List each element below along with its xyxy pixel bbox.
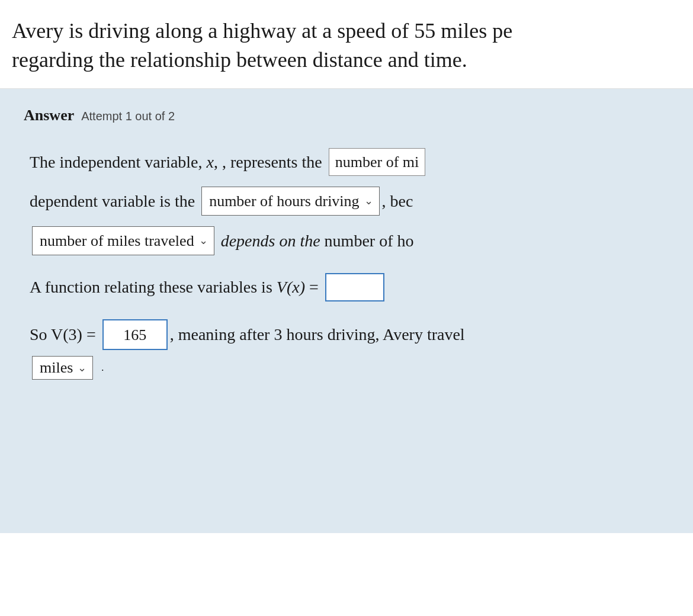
top-section: Avery is driving along a highway at a sp… — [0, 0, 693, 89]
line-miles: miles ⌄ . — [30, 356, 663, 380]
miles-traveled-dropdown[interactable]: number of miles traveled ⌄ — [32, 226, 214, 255]
attempt-label: Attempt 1 out of 2 — [81, 110, 175, 123]
chevron-down-icon-2: ⌄ — [199, 233, 208, 249]
dropdown-value-indep: number of mi — [335, 150, 419, 174]
period: . — [99, 362, 104, 373]
line1-comma: , — [214, 150, 218, 175]
line5-pre: So V(3) — [30, 322, 82, 347]
problem-line2: regarding the relationship between dista… — [12, 46, 675, 75]
content-area: The independent variable, x, , represent… — [24, 148, 669, 380]
miles-dropdown[interactable]: miles ⌄ — [32, 356, 93, 380]
line-function: A function relating these variables is V… — [30, 273, 663, 301]
line5-eq: = — [86, 322, 96, 347]
line1-mid: , represents the — [222, 150, 322, 175]
line4-vx: V(x) — [277, 275, 305, 300]
v3-value: 165 — [123, 323, 146, 346]
line3-mid: depends on the — [221, 229, 320, 254]
dependent-variable-dropdown[interactable]: number of hours driving ⌄ — [201, 187, 379, 216]
line-depends-on: number of miles traveled ⌄ depends on th… — [30, 226, 663, 255]
line5-post: , meaning after 3 hours driving, Avery t… — [170, 322, 465, 347]
line2-pre: dependent variable is the — [30, 189, 195, 214]
line4-eq: = — [309, 275, 319, 300]
function-input[interactable] — [325, 273, 384, 301]
dropdown-value-dep: number of hours driving — [209, 190, 359, 213]
line4-pre: A function relating these variables is — [30, 275, 272, 300]
line-v3: So V(3) = 165 , meaning after 3 hours dr… — [30, 319, 663, 350]
line2-post: , bec — [382, 189, 413, 214]
answer-section: Answer Attempt 1 out of 2 The independen… — [0, 89, 693, 533]
problem-text: Avery is driving along a highway at a sp… — [12, 17, 675, 74]
dropdown-value-miles2: miles — [40, 359, 73, 377]
line-independent-variable: The independent variable, x, , represent… — [30, 148, 663, 176]
answer-header: Answer Attempt 1 out of 2 — [24, 107, 669, 124]
dropdown-value-miles: number of miles traveled — [40, 229, 194, 252]
answer-label: Answer — [24, 107, 74, 124]
line1-pre: The independent variable, — [30, 150, 203, 175]
v3-value-box[interactable]: 165 — [102, 319, 168, 350]
line3-post: number of ho — [325, 229, 414, 254]
independent-variable-dropdown[interactable]: number of mi — [329, 148, 426, 176]
line1-x: x — [207, 150, 214, 175]
problem-line1: Avery is driving along a highway at a sp… — [12, 17, 675, 46]
chevron-down-icon: ⌄ — [364, 193, 373, 209]
line-dependent-variable: dependent variable is the number of hour… — [30, 187, 663, 216]
chevron-down-icon-3: ⌄ — [78, 361, 86, 374]
